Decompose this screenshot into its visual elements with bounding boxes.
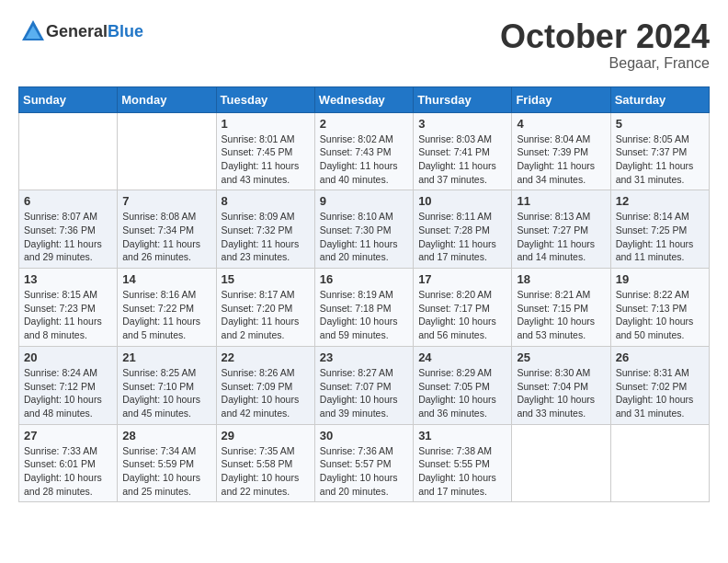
day-number: 1: [222, 117, 310, 131]
day-info: Sunrise: 8:08 AM Sunset: 7:34 PM Dayligh…: [122, 210, 210, 264]
day-info: Sunrise: 7:34 AM Sunset: 5:59 PM Dayligh…: [122, 444, 210, 499]
day-info: Sunrise: 8:20 AM Sunset: 7:17 PM Dayligh…: [418, 288, 506, 342]
day-number: 16: [320, 272, 408, 286]
day-number: 20: [24, 350, 112, 364]
day-info: Sunrise: 8:09 AM Sunset: 7:32 PM Dayligh…: [222, 210, 310, 264]
day-number: 2: [320, 117, 408, 131]
calendar-cell: 6Sunrise: 8:07 AM Sunset: 7:36 PM Daylig…: [19, 190, 118, 269]
day-info: Sunrise: 8:24 AM Sunset: 7:12 PM Dayligh…: [24, 366, 112, 420]
day-info: Sunrise: 8:05 AM Sunset: 7:37 PM Dayligh…: [616, 132, 704, 187]
calendar-cell: 8Sunrise: 8:09 AM Sunset: 7:32 PM Daylig…: [216, 190, 314, 269]
day-number: 13: [24, 272, 112, 286]
day-number: 30: [320, 429, 408, 442]
weekday-header-tuesday: Tuesday: [216, 86, 314, 112]
day-number: 24: [418, 350, 506, 364]
weekday-header-friday: Friday: [512, 86, 610, 112]
week-row-4: 20Sunrise: 8:24 AM Sunset: 7:12 PM Dayli…: [19, 346, 710, 424]
day-number: 6: [24, 194, 112, 208]
calendar-cell: 22Sunrise: 8:26 AM Sunset: 7:09 PM Dayli…: [216, 346, 314, 424]
day-number: 31: [418, 429, 506, 442]
calendar-cell: 11Sunrise: 8:13 AM Sunset: 7:27 PM Dayli…: [512, 190, 610, 269]
day-info: Sunrise: 8:03 AM Sunset: 7:41 PM Dayligh…: [418, 132, 506, 187]
day-info: Sunrise: 8:14 AM Sunset: 7:25 PM Dayligh…: [616, 210, 704, 264]
day-info: Sunrise: 8:02 AM Sunset: 7:43 PM Dayligh…: [320, 132, 408, 187]
calendar-cell: [610, 424, 709, 502]
calendar-cell: 2Sunrise: 8:02 AM Sunset: 7:43 PM Daylig…: [314, 112, 413, 190]
day-info: Sunrise: 8:27 AM Sunset: 7:07 PM Dayligh…: [320, 366, 408, 420]
day-info: Sunrise: 8:31 AM Sunset: 7:02 PM Dayligh…: [616, 366, 704, 420]
day-info: Sunrise: 8:21 AM Sunset: 7:15 PM Dayligh…: [517, 288, 605, 342]
calendar-cell: 4Sunrise: 8:04 AM Sunset: 7:39 PM Daylig…: [512, 112, 610, 190]
calendar-cell: 29Sunrise: 7:35 AM Sunset: 5:58 PM Dayli…: [216, 424, 314, 502]
calendar-cell: 31Sunrise: 7:38 AM Sunset: 5:55 PM Dayli…: [414, 424, 512, 502]
calendar-cell: 24Sunrise: 8:29 AM Sunset: 7:05 PM Dayli…: [414, 346, 512, 424]
weekday-header-thursday: Thursday: [414, 86, 512, 112]
day-info: Sunrise: 8:01 AM Sunset: 7:45 PM Dayligh…: [222, 132, 310, 187]
day-number: 27: [24, 429, 112, 442]
calendar-cell: 19Sunrise: 8:22 AM Sunset: 7:13 PM Dayli…: [610, 269, 709, 347]
day-info: Sunrise: 8:22 AM Sunset: 7:13 PM Dayligh…: [616, 288, 704, 342]
week-row-2: 6Sunrise: 8:07 AM Sunset: 7:36 PM Daylig…: [19, 190, 710, 269]
calendar-cell: 15Sunrise: 8:17 AM Sunset: 7:20 PM Dayli…: [216, 269, 314, 347]
day-info: Sunrise: 7:35 AM Sunset: 5:58 PM Dayligh…: [222, 444, 310, 499]
day-number: 14: [122, 272, 210, 286]
week-row-5: 27Sunrise: 7:33 AM Sunset: 6:01 PM Dayli…: [19, 424, 710, 502]
day-number: 28: [122, 429, 210, 442]
day-number: 18: [517, 272, 605, 286]
calendar-cell: 23Sunrise: 8:27 AM Sunset: 7:07 PM Dayli…: [314, 346, 413, 424]
day-info: Sunrise: 8:13 AM Sunset: 7:27 PM Dayligh…: [517, 210, 605, 264]
day-number: 22: [222, 350, 310, 364]
day-info: Sunrise: 8:04 AM Sunset: 7:39 PM Dayligh…: [517, 132, 605, 187]
calendar-cell: 14Sunrise: 8:16 AM Sunset: 7:22 PM Dayli…: [118, 269, 216, 347]
calendar-cell: 12Sunrise: 8:14 AM Sunset: 7:25 PM Dayli…: [610, 190, 709, 269]
day-info: Sunrise: 7:33 AM Sunset: 6:01 PM Dayligh…: [24, 444, 112, 499]
calendar-cell: 20Sunrise: 8:24 AM Sunset: 7:12 PM Dayli…: [19, 346, 118, 424]
calendar-table: SundayMondayTuesdayWednesdayThursdayFrid…: [18, 86, 710, 503]
day-number: 5: [616, 117, 704, 131]
logo-general: General: [46, 22, 108, 40]
day-info: Sunrise: 8:16 AM Sunset: 7:22 PM Dayligh…: [122, 288, 210, 342]
day-number: 26: [616, 350, 704, 364]
day-number: 21: [122, 350, 210, 364]
day-info: Sunrise: 8:29 AM Sunset: 7:05 PM Dayligh…: [418, 366, 506, 420]
day-info: Sunrise: 8:25 AM Sunset: 7:10 PM Dayligh…: [122, 366, 210, 420]
month-title: October 2024: [500, 18, 710, 55]
calendar-cell: 27Sunrise: 7:33 AM Sunset: 6:01 PM Dayli…: [19, 424, 118, 502]
weekday-header-monday: Monday: [118, 86, 216, 112]
day-number: 15: [222, 272, 310, 286]
day-info: Sunrise: 8:10 AM Sunset: 7:30 PM Dayligh…: [320, 210, 408, 264]
calendar-cell: 1Sunrise: 8:01 AM Sunset: 7:45 PM Daylig…: [216, 112, 314, 190]
day-info: Sunrise: 8:11 AM Sunset: 7:28 PM Dayligh…: [418, 210, 506, 264]
logo: GeneralBlue: [18, 18, 143, 44]
calendar-cell: 21Sunrise: 8:25 AM Sunset: 7:10 PM Dayli…: [118, 346, 216, 424]
week-row-1: 1Sunrise: 8:01 AM Sunset: 7:45 PM Daylig…: [19, 112, 710, 190]
day-number: 25: [517, 350, 605, 364]
calendar-cell: 3Sunrise: 8:03 AM Sunset: 7:41 PM Daylig…: [414, 112, 512, 190]
title-block: October 2024 Begaar, France: [500, 18, 710, 72]
logo-blue: Blue: [108, 22, 143, 40]
day-number: 17: [418, 272, 506, 286]
day-number: 8: [222, 194, 310, 208]
day-info: Sunrise: 8:07 AM Sunset: 7:36 PM Dayligh…: [24, 210, 112, 264]
calendar-cell: [118, 112, 216, 190]
calendar-cell: 13Sunrise: 8:15 AM Sunset: 7:23 PM Dayli…: [19, 269, 118, 347]
day-info: Sunrise: 8:19 AM Sunset: 7:18 PM Dayligh…: [320, 288, 408, 342]
day-info: Sunrise: 7:36 AM Sunset: 5:57 PM Dayligh…: [320, 444, 408, 499]
calendar-cell: 25Sunrise: 8:30 AM Sunset: 7:04 PM Dayli…: [512, 346, 610, 424]
weekday-header-row: SundayMondayTuesdayWednesdayThursdayFrid…: [19, 86, 710, 112]
day-info: Sunrise: 8:15 AM Sunset: 7:23 PM Dayligh…: [24, 288, 112, 342]
day-info: Sunrise: 8:17 AM Sunset: 7:20 PM Dayligh…: [222, 288, 310, 342]
calendar-cell: 7Sunrise: 8:08 AM Sunset: 7:34 PM Daylig…: [118, 190, 216, 269]
calendar-cell: 17Sunrise: 8:20 AM Sunset: 7:17 PM Dayli…: [414, 269, 512, 347]
day-number: 7: [122, 194, 210, 208]
day-number: 12: [616, 194, 704, 208]
calendar-cell: 9Sunrise: 8:10 AM Sunset: 7:30 PM Daylig…: [314, 190, 413, 269]
weekday-header-wednesday: Wednesday: [314, 86, 413, 112]
day-number: 19: [616, 272, 704, 286]
calendar-cell: [512, 424, 610, 502]
weekday-header-sunday: Sunday: [19, 86, 118, 112]
day-info: Sunrise: 8:30 AM Sunset: 7:04 PM Dayligh…: [517, 366, 605, 420]
calendar-cell: 30Sunrise: 7:36 AM Sunset: 5:57 PM Dayli…: [314, 424, 413, 502]
day-info: Sunrise: 8:26 AM Sunset: 7:09 PM Dayligh…: [222, 366, 310, 420]
logo-icon: [20, 18, 46, 44]
